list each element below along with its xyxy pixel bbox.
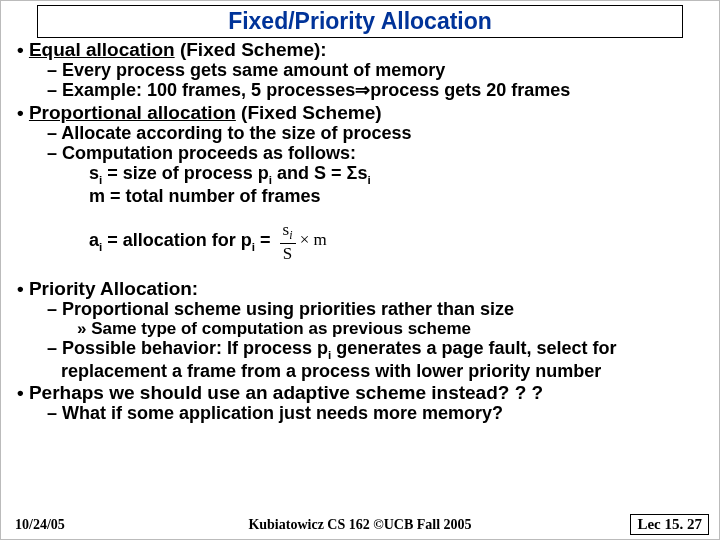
bullet-adaptive-scheme: Perhaps we should use an adaptive scheme… [15,382,707,403]
sub-bullet: Possible behavior: If process pi generat… [15,338,707,381]
equal-alloc-label: Equal allocation [29,39,175,60]
frac-mult: × m [296,230,327,249]
var-s: s [89,163,99,183]
computation-line: ai = allocation for pi = siS × m [15,220,707,263]
sub-sub-bullet: Same type of computation as previous sch… [15,319,707,338]
frac-den: S [280,244,296,263]
prop-alloc-label: Proportional allocation [29,102,236,123]
bullet-proportional-allocation: Proportional allocation (Fixed Scheme) [15,102,707,123]
footer-lec-number: Lec 15. 27 [630,514,709,535]
sub-i: i [367,173,370,186]
frac-num-i: i [289,228,292,242]
computation-line: si = size of process pi and S = Σsi [15,163,707,186]
computation-line: m = total number of frames [15,186,707,206]
text: Possible behavior: If process p [62,338,328,358]
spacer [15,206,707,220]
sub-bullet: Example: 100 frames, 5 processes⇒process… [15,80,707,100]
sub-bullet: Proportional scheme using priorities rat… [15,299,707,319]
slide-content: Equal allocation (Fixed Scheme): Every p… [1,39,719,423]
fraction: siS × m [276,220,327,263]
text: = allocation for p [102,230,252,250]
spacer [15,263,707,277]
footer-course: Kubiatowicz CS 162 ©UCB Fall 2005 [1,517,719,533]
bullet-priority-allocation: Priority Allocation: [15,278,707,299]
sub-bullet: Every process gets same amount of memory [15,60,707,80]
text: = [255,230,276,250]
sub-bullet: What if some application just needs more… [15,403,707,423]
equal-alloc-rest: (Fixed Scheme): [175,39,327,60]
var-a: a [89,230,99,250]
bullet-equal-allocation: Equal allocation (Fixed Scheme): [15,39,707,60]
sub-bullet: Computation proceeds as follows: [15,143,707,163]
slide-title: Fixed/Priority Allocation [37,5,683,38]
text: = size of process p [102,163,269,183]
text: and S = Σs [272,163,367,183]
slide: Fixed/Priority Allocation Equal allocati… [0,0,720,540]
prop-alloc-rest: (Fixed Scheme) [236,102,382,123]
sub-bullet: Allocate according to the size of proces… [15,123,707,143]
